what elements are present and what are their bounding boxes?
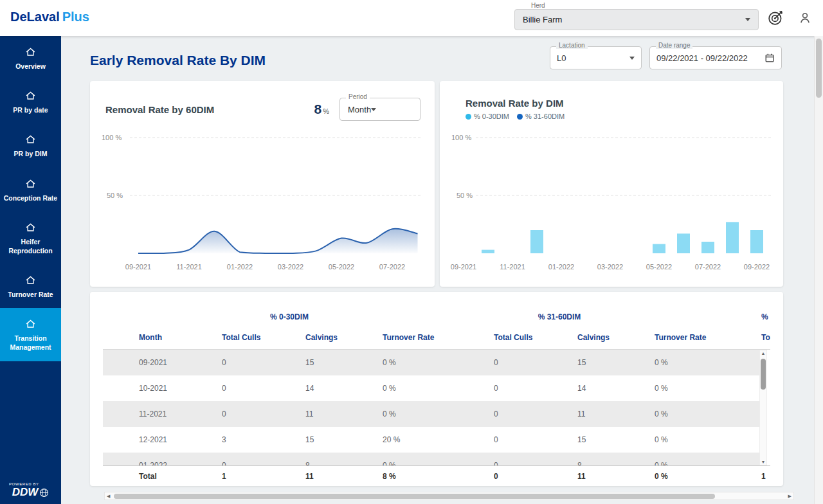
legend-item[interactable]: % 31-60DIM [517,113,565,120]
svg-text:09-2022: 09-2022 [744,263,770,271]
table-total-cell: 11 [305,472,383,481]
table-scroll-thumb[interactable] [761,359,766,390]
home-icon [24,46,37,58]
table-cell: 0 % [655,410,759,419]
column-header: Total Culls [222,333,305,342]
horizontal-scroll-thumb[interactable] [114,494,715,499]
svg-text:07-2022: 07-2022 [695,263,721,271]
sidebar-item-overview[interactable]: Overview [0,36,61,80]
table-cell: 11 [305,410,383,419]
svg-text:03-2022: 03-2022 [597,263,623,271]
table-cell: 8 [577,461,655,465]
table-total-cell: 0 [494,472,577,481]
legend-label: % 31-60DIM [525,113,565,120]
sidebar-item-pr-by-date[interactable]: PR by date [0,80,61,123]
scroll-up-arrow-icon[interactable]: ▲ [760,351,766,356]
table-row: 09-20210150 %0150 % [103,350,759,375]
group-0-30dim: % 0-30DIM [270,312,309,321]
table-cell: 20 % [383,435,494,444]
group-31-60dim: % 31-60DIM [538,312,581,321]
page-title: Early Removal Rate By DIM [90,53,266,68]
period-select[interactable]: Period Month [339,98,421,121]
svg-text:100 %: 100 % [102,134,122,141]
sidebar-item-label: PR by date [13,105,48,114]
table-group-header: % 0-30DIM % 31-60DIM % [103,307,770,325]
svg-text:05-2022: 05-2022 [646,263,672,271]
table-cell: 14 [305,384,383,393]
herd-value: Billie Farm [523,15,745,24]
column-header: Total Culls [761,333,770,342]
legend-label: % 0-30DIM [474,113,509,120]
topbar-icons [767,9,813,26]
chevron-down-icon [371,108,376,111]
home-icon [24,89,37,102]
user-icon[interactable] [797,10,813,26]
target-icon[interactable] [767,9,784,26]
legend-dot-icon [517,114,523,120]
sidebar-item-conception-rate[interactable]: Conception Rate [0,168,61,212]
svg-text:07-2022: 07-2022 [379,263,405,271]
table-total-cell: 0 % [655,472,761,481]
scroll-left-arrow-icon[interactable]: ◀ [107,494,110,499]
calendar-icon [764,53,775,63]
table-cell: 14 [577,384,655,393]
sidebar-item-pr-by-dim[interactable]: PR by DIM [0,123,61,167]
svg-text:09-2021: 09-2021 [451,263,476,271]
sidebar-item-label: Heifer Reproduction [2,237,59,255]
page-vertical-scrollbar[interactable] [814,36,823,504]
table-cell: 0 [494,384,577,393]
main-content: Early Removal Rate By DIM Lactation L0 D… [61,36,814,504]
table-vertical-scrollbar[interactable]: ▲ ▼ [759,350,767,465]
column-header: Turnover Rate [383,333,494,342]
table-cell: 0 % [383,358,494,367]
herd-select[interactable]: Billie Farm [514,9,759,30]
table-cell: 0 % [383,384,494,393]
logo-plus: Plus [62,10,89,24]
table-row: 01-2022080 %080 % [103,453,759,465]
app-logo: DeLavalPlus [10,10,89,24]
lactation-value: L0 [557,53,629,63]
table-total-cell: 1 [222,472,305,481]
svg-text:50 %: 50 % [457,192,473,199]
date-range-input[interactable]: Date range 09/22/2021 - 09/22/2022 [649,46,782,69]
table-total-cell: 1 [761,472,770,481]
table-cell: 10-2021 [103,384,222,393]
table-row: 11-20210110 %0110 % [103,401,759,427]
table-body: 09-20210150 %0150 %10-20210140 %0140 %11… [103,350,759,465]
sidebar-item-turnover-rate[interactable]: Turnover Rate [0,264,61,308]
table-total-cell: Total [103,472,222,481]
scroll-right-arrow-icon[interactable]: ▶ [788,494,791,499]
column-header: Month [103,333,222,342]
chevron-down-icon [629,57,635,60]
herd-label: Herd [531,2,759,8]
table-total-cell: 11 [577,472,655,481]
herd-select-wrap: Herd Billie Farm [514,2,759,30]
legend-item[interactable]: % 0-30DIM [466,113,509,120]
table-cell: 8 [305,461,383,465]
bar-chart-title: Removal Rate by DIM [440,81,783,109]
sidebar-item-transition-management[interactable]: Transition Management [0,308,61,361]
sidebar-item-label: Transition Management [2,334,59,352]
svg-text:01-2022: 01-2022 [227,263,253,271]
horizontal-scrollbar[interactable]: ◀ ▶ [104,492,794,500]
scroll-down-arrow-icon[interactable]: ▼ [760,460,766,464]
lactation-label: Lactation [556,42,588,49]
table-cell: 0 [494,410,577,419]
table-cell: 0 [222,358,305,367]
table-cell: 0 % [383,461,494,465]
table-cell: 3 [222,435,305,444]
sidebar-item-heifer-reproduction[interactable]: Heifer Reproduction [0,212,61,264]
home-icon [24,177,37,190]
page-scroll-thumb[interactable] [816,39,822,98]
column-header: Total Culls [494,333,577,342]
table-card: % 0-30DIM % 31-60DIM % MonthTotal CullsC… [90,292,783,486]
lactation-select[interactable]: Lactation L0 [550,46,642,69]
topbar: DeLavalPlus Herd Billie Farm [0,0,823,36]
table-cell: 0 % [383,410,494,419]
ddw-footer: POWERED BY DDW [0,482,61,499]
table-row: 12-202131520 %0150 % [103,427,759,453]
table-cell: 15 [305,358,383,367]
table-cell: 0 % [655,384,759,393]
svg-text:100 %: 100 % [451,134,471,141]
svg-text:03-2022: 03-2022 [278,263,303,271]
